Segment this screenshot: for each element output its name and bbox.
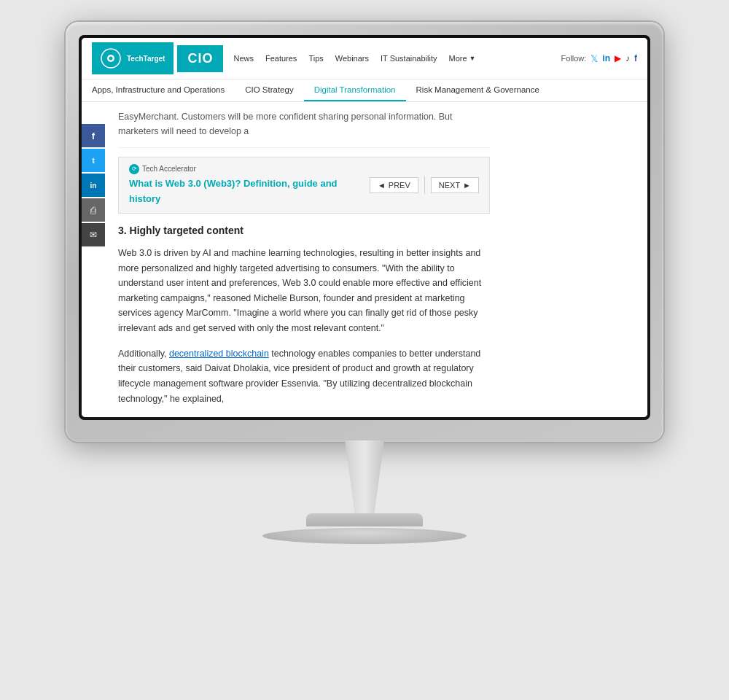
- twitter-icon[interactable]: 𝕏: [590, 53, 598, 64]
- header-left: TechTarget CIO: [92, 42, 223, 74]
- share-twitter-button[interactable]: t: [82, 149, 105, 172]
- monitor-bezel: TechTarget CIO News Features Tips Webina…: [79, 35, 650, 420]
- nav-apps-infrastructure[interactable]: Apps, Infrastructure and Operations: [82, 79, 235, 101]
- facebook-icon[interactable]: f: [634, 53, 637, 63]
- print-icon: ⎙: [90, 205, 96, 216]
- logo-text: TechTarget: [127, 55, 165, 63]
- ta-label: ⟳ Tech Accelerator: [129, 163, 370, 175]
- follow-area: Follow: 𝕏 in ▶ ♪ f: [561, 53, 637, 64]
- ta-nav: ◄ PREV NEXT ►: [370, 176, 479, 194]
- nav-news[interactable]: News: [233, 54, 254, 63]
- site-header: TechTarget CIO News Features Tips Webina…: [82, 38, 647, 102]
- social-sidebar: f t in ⎙ ✉: [82, 124, 105, 248]
- tiktok-icon[interactable]: ♪: [625, 53, 630, 63]
- nav-risk-management[interactable]: Risk Management & Governance: [406, 79, 550, 101]
- nav-it-sustainability[interactable]: IT Sustainability: [381, 54, 437, 63]
- logo-area: TechTarget: [92, 42, 174, 74]
- ta-left: ⟳ Tech Accelerator What is Web 3.0 (Web3…: [129, 163, 370, 207]
- ta-next-button[interactable]: NEXT ►: [431, 177, 479, 193]
- youtube-icon[interactable]: ▶: [615, 53, 621, 63]
- monitor: TechTarget CIO News Features Tips Webina…: [66, 22, 663, 544]
- article-para-1: Web 3.0 is driven by AI and machine lear…: [118, 246, 490, 336]
- stand-base: [262, 528, 467, 544]
- monitor-stand: [66, 442, 663, 544]
- cio-badge: CIO: [177, 45, 223, 72]
- nav-features[interactable]: Features: [265, 54, 297, 63]
- share-linkedin-button[interactable]: in: [82, 174, 105, 197]
- techtarget-logo-icon: [101, 48, 121, 69]
- linkedin-share-icon: in: [90, 182, 97, 190]
- header-nav: Apps, Infrastructure and Operations CIO …: [82, 79, 647, 101]
- svg-point-2: [109, 57, 113, 61]
- article-intro: EasyMerchant. Customers will be more con…: [118, 109, 490, 148]
- nav-tips[interactable]: Tips: [308, 54, 323, 63]
- prev-arrow-icon: ◄: [378, 181, 386, 190]
- nav-more[interactable]: More ▼: [448, 54, 475, 63]
- tech-accelerator-bar: ⟳ Tech Accelerator What is Web 3.0 (Web3…: [118, 157, 490, 214]
- share-facebook-button[interactable]: f: [82, 124, 105, 147]
- print-button[interactable]: ⎙: [82, 198, 105, 222]
- tech-accelerator-title[interactable]: What is Web 3.0 (Web3)? Definition, guid…: [129, 176, 370, 207]
- twitter-share-icon: t: [92, 156, 95, 165]
- stand-neck: [332, 440, 397, 513]
- linkedin-icon[interactable]: in: [602, 53, 610, 63]
- ta-divider: [424, 176, 425, 194]
- ta-prev-button[interactable]: ◄ PREV: [370, 177, 418, 193]
- para2-before-link: Additionally,: [118, 349, 169, 359]
- stand-base-top: [306, 513, 423, 526]
- section-3-heading: 3. Highly targeted content: [118, 222, 490, 238]
- follow-label: Follow:: [561, 54, 586, 63]
- facebook-share-icon: f: [92, 131, 95, 141]
- chevron-down-icon: ▼: [469, 55, 476, 62]
- email-icon: ✉: [90, 230, 97, 240]
- nav-cio-strategy[interactable]: CIO Strategy: [235, 79, 303, 101]
- ta-icon: ⟳: [129, 164, 139, 174]
- nav-webinars[interactable]: Webinars: [335, 54, 369, 63]
- content-area: f t in ⎙ ✉: [82, 102, 647, 417]
- share-email-button[interactable]: ✉: [82, 223, 105, 246]
- next-arrow-icon: ►: [463, 181, 471, 190]
- monitor-shell: TechTarget CIO News Features Tips Webina…: [66, 22, 663, 442]
- article-content: EasyMerchant. Customers will be more con…: [82, 102, 504, 417]
- article-para-2: Additionally, decentralized blockchain t…: [118, 346, 490, 407]
- scene: TechTarget CIO News Features Tips Webina…: [0, 0, 729, 700]
- nav-top: News Features Tips Webinars IT Sustainab…: [223, 54, 561, 63]
- nav-digital-transformation[interactable]: Digital Transformation: [304, 79, 406, 101]
- blockchain-link[interactable]: decentralized blockchain: [169, 349, 269, 359]
- monitor-screen: TechTarget CIO News Features Tips Webina…: [82, 38, 647, 417]
- header-top: TechTarget CIO News Features Tips Webina…: [82, 38, 647, 79]
